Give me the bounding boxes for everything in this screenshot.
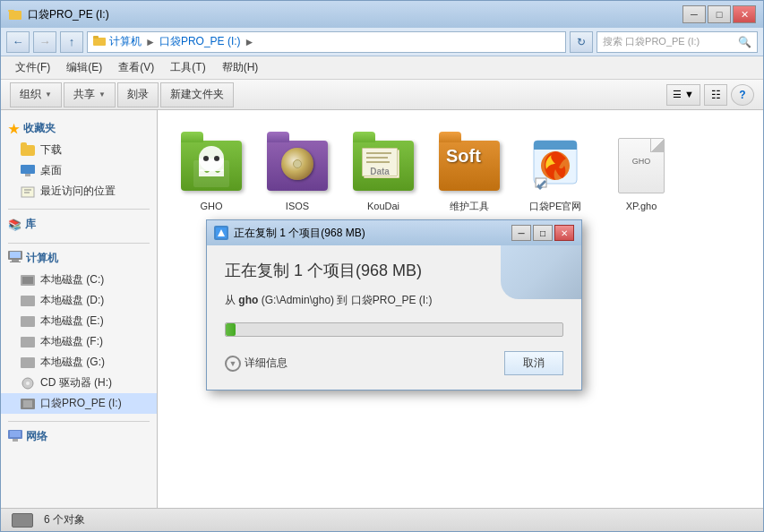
gho-folder-icon xyxy=(179,132,244,196)
dialog-title-buttons: ─ □ ✕ xyxy=(511,225,574,241)
view-details-button[interactable]: ☷ xyxy=(704,84,727,106)
svg-rect-19 xyxy=(21,337,35,348)
sidebar-drive-e[interactable]: 本地磁盘 (E:) xyxy=(1,311,157,331)
new-folder-button[interactable]: 新建文件夹 xyxy=(160,82,234,107)
sidebar-drive-c[interactable]: 本地磁盘 (C:) xyxy=(1,270,157,290)
help-button[interactable]: ? xyxy=(731,84,754,106)
cancel-dialog-button[interactable]: 取消 xyxy=(504,351,563,375)
new-folder-label: 新建文件夹 xyxy=(170,87,224,102)
refresh-button[interactable]: ↻ xyxy=(570,31,593,53)
file-item-gho[interactable]: GHO xyxy=(176,128,247,216)
progress-bar-container xyxy=(225,322,563,337)
sidebar-drive-h-label: CD 驱动器 (H:) xyxy=(40,375,112,390)
xpgho-file-icon: GHO xyxy=(609,132,674,196)
file-item-firefox[interactable]: 口袋PE官网 xyxy=(519,128,591,216)
isos-folder-icon xyxy=(265,132,330,196)
details-circle-icon: ▼ xyxy=(225,356,241,372)
drive-h-icon xyxy=(21,376,35,390)
sidebar-drive-f-label: 本地磁盘 (F:) xyxy=(40,334,103,349)
dialog-footer: ▼ 详细信息 取消 xyxy=(225,351,563,375)
dialog-close-button[interactable]: ✕ xyxy=(554,225,574,241)
menu-edit[interactable]: 编辑(E) xyxy=(59,58,109,78)
svg-rect-6 xyxy=(21,165,35,174)
svg-rect-27 xyxy=(13,439,18,442)
file-item-isos[interactable]: ISOS xyxy=(262,128,333,216)
svg-rect-17 xyxy=(21,296,35,306)
window-controls: ─ □ ✕ xyxy=(682,5,756,23)
sidebar-network-header[interactable]: 网络 xyxy=(1,425,157,448)
svg-rect-18 xyxy=(21,316,35,327)
weihu-folder-icon: Soft xyxy=(437,132,502,196)
status-disk xyxy=(12,513,33,528)
firefox-folder-icon xyxy=(523,132,588,196)
firefox-label: 口袋PE官网 xyxy=(529,200,582,212)
title-bar: 口袋PRO_PE (I:) ─ □ ✕ xyxy=(1,1,763,28)
burn-button[interactable]: 刻录 xyxy=(117,82,159,107)
minimize-button[interactable]: ─ xyxy=(682,5,706,23)
back-button[interactable]: ← xyxy=(6,31,30,53)
sidebar-item-downloads[interactable]: 下载 xyxy=(1,140,157,160)
view-toggle-button[interactable]: ☰ ▼ xyxy=(666,84,700,106)
sidebar-drive-h[interactable]: CD 驱动器 (H:) xyxy=(1,373,157,393)
sidebar-item-recent[interactable]: 最近访问的位置 xyxy=(1,181,157,202)
sidebar-computer-label: 计算机 xyxy=(26,251,58,266)
dialog-source-bold: gho xyxy=(238,294,258,306)
maximize-button[interactable]: □ xyxy=(708,5,731,23)
address-path[interactable]: 计算机 ► 口袋PRO_PE (I:) ► xyxy=(87,31,566,53)
sidebar-drive-f[interactable]: 本地磁盘 (F:) xyxy=(1,331,157,352)
menu-tools[interactable]: 工具(T) xyxy=(163,58,212,78)
organize-button[interactable]: 组织 ▼ xyxy=(10,82,62,107)
koudai-folder-icon: Data xyxy=(351,132,416,196)
svg-point-30 xyxy=(203,156,209,161)
sidebar-library-label: 库 xyxy=(25,217,36,232)
sidebar-drive-i-label: 口袋PRO_PE (I:) xyxy=(40,396,122,411)
sidebar-item-desktop[interactable]: 桌面 xyxy=(1,160,157,181)
sidebar-favorites-header[interactable]: ★ 收藏夹 xyxy=(1,117,157,140)
drive-c-icon xyxy=(21,273,35,287)
menu-help[interactable]: 帮助(H) xyxy=(215,58,266,78)
computer-icon xyxy=(8,251,22,266)
file-item-koudai[interactable]: Data KouDai xyxy=(348,128,419,216)
star-icon: ★ xyxy=(8,122,20,136)
drive-e-icon xyxy=(21,314,35,329)
menu-file[interactable]: 文件(F) xyxy=(8,58,57,78)
progress-bar-fill xyxy=(226,323,236,336)
status-count: 6 个对象 xyxy=(44,512,85,528)
sidebar-computer-header[interactable]: 计算机 xyxy=(1,247,157,270)
svg-point-31 xyxy=(214,156,219,161)
sidebar-drive-e-label: 本地磁盘 (E:) xyxy=(40,313,104,329)
koudai-label: KouDai xyxy=(367,200,399,212)
svg-rect-29 xyxy=(199,159,224,171)
sidebar-drive-d[interactable]: 本地磁盘 (D:) xyxy=(1,290,157,311)
weihu-label: 维护工具 xyxy=(450,200,489,212)
drive-i-icon xyxy=(21,397,35,411)
menu-bar: 文件(F) 编辑(E) 查看(V) 工具(T) 帮助(H) xyxy=(1,56,763,80)
menu-view[interactable]: 查看(V) xyxy=(111,58,161,78)
search-box[interactable]: 搜索 口袋PRO_PE (I:) 🔍 xyxy=(597,31,758,53)
svg-rect-34 xyxy=(534,146,577,150)
file-item-xpgho[interactable]: GHO XP.gho xyxy=(605,128,677,216)
svg-rect-12 xyxy=(10,252,21,258)
sidebar-drive-i[interactable]: 口袋PRO_PE (I:) xyxy=(1,393,157,414)
file-item-weihu[interactable]: Soft 维护工具 xyxy=(434,128,505,216)
sidebar-library-header[interactable]: 📚 库 xyxy=(1,213,157,236)
details-button[interactable]: ▼ 详细信息 xyxy=(225,356,288,372)
svg-rect-7 xyxy=(25,174,30,176)
up-button[interactable]: ↑ xyxy=(60,31,83,53)
sidebar-drive-g[interactable]: 本地磁盘 (G:) xyxy=(1,352,157,373)
sidebar-drive-c-label: 本地磁盘 (C:) xyxy=(40,272,104,287)
svg-rect-26 xyxy=(10,431,21,437)
close-button[interactable]: ✕ xyxy=(733,5,756,23)
network-icon xyxy=(8,430,22,444)
path-folder-icon xyxy=(93,35,106,48)
dialog-maximize-button[interactable]: □ xyxy=(533,225,553,241)
sidebar-recent-label: 最近访问的位置 xyxy=(40,184,116,199)
recent-icon xyxy=(21,184,35,199)
toolbar-right: ☰ ▼ ☷ ? xyxy=(666,84,754,106)
share-button[interactable]: 共享 ▼ xyxy=(64,82,116,107)
dialog-minimize-button[interactable]: ─ xyxy=(511,225,531,241)
sidebar-network-label: 网络 xyxy=(26,429,47,444)
sidebar-divider-2 xyxy=(8,243,150,244)
forward-button[interactable]: → xyxy=(33,31,56,53)
drive-g-icon xyxy=(21,356,35,370)
